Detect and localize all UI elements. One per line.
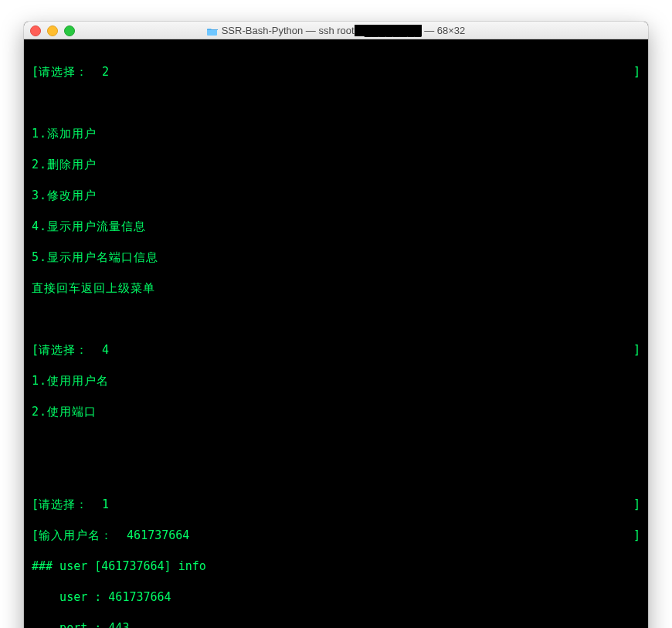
- menu1-item-4: 4.显示用户流量信息: [32, 219, 640, 234]
- window-title: SSR-Bash-Python — ssh root@████████ — 68…: [24, 25, 648, 36]
- menu1-item-3: 3.修改用户: [32, 188, 640, 203]
- info-user: user : 461737664: [32, 589, 640, 605]
- menu1-item-2: 2.删除用户: [32, 157, 640, 172]
- menu1-item-1: 1.添加用户: [32, 126, 640, 141]
- close-icon[interactable]: [30, 25, 41, 36]
- blank: [32, 435, 640, 450]
- prompt-line-3: [请选择： 1]: [32, 497, 640, 512]
- info-header: ### user [461737664] info: [32, 558, 640, 574]
- menu1-back: 直接回车返回上级菜单: [32, 280, 640, 296]
- blank: [32, 311, 640, 327]
- menu1-item-5: 5.显示用户名端口信息: [32, 250, 640, 265]
- prompt-line-2: [请选择： 4]: [32, 342, 640, 358]
- terminal-window: SSR-Bash-Python — ssh root@████████ — 68…: [24, 22, 648, 628]
- input-username-line: [输入用户名： 461737664]: [32, 528, 640, 543]
- blank: [32, 466, 640, 481]
- zoom-icon[interactable]: [64, 25, 75, 36]
- menu2-item-1: 1.使用用户名: [32, 373, 640, 389]
- traffic-lights: [30, 25, 75, 36]
- folder-icon: [207, 26, 218, 35]
- terminal-body[interactable]: [请选择： 2] 1.添加用户 2.删除用户 3.修改用户 4.显示用户流量信息…: [24, 39, 648, 628]
- minimize-icon[interactable]: [47, 25, 58, 36]
- blank: [32, 95, 640, 110]
- menu2-item-2: 2.使用端口: [32, 404, 640, 419]
- prompt-line-1: [请选择： 2]: [32, 64, 640, 80]
- info-port: port : 443: [32, 620, 640, 628]
- window-titlebar: SSR-Bash-Python — ssh root@████████ — 68…: [24, 22, 648, 39]
- title-text: SSR-Bash-Python — ssh root@████████ — 68…: [222, 25, 466, 36]
